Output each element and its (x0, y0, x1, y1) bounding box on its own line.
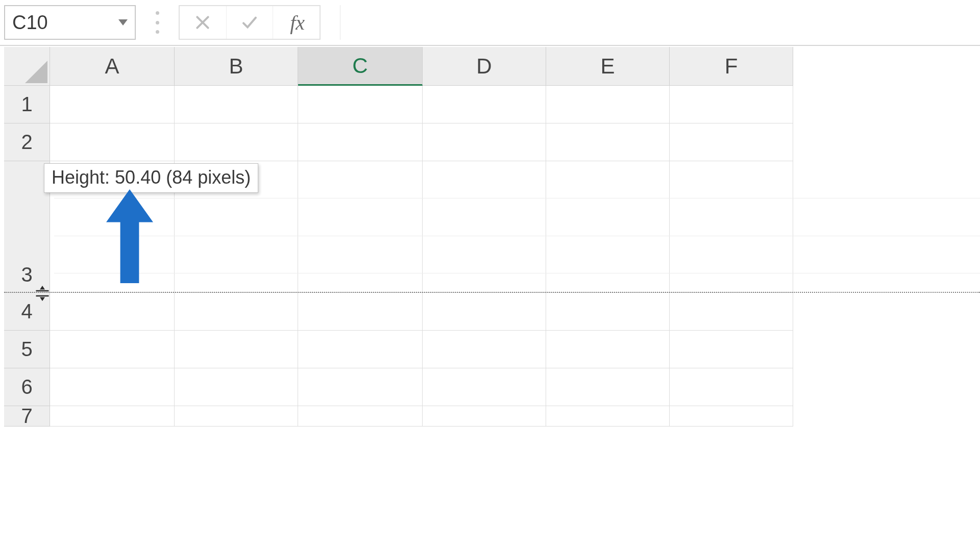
select-all-triangle-icon (25, 61, 47, 83)
cell-D5[interactable] (423, 331, 546, 368)
row-header-1[interactable]: 1 (4, 86, 50, 123)
cell-F3[interactable] (670, 161, 793, 293)
tooltip-points: 50.40 (115, 167, 161, 188)
cell-E5[interactable] (546, 331, 670, 368)
cell-F1[interactable] (670, 86, 793, 123)
svg-marker-1 (106, 189, 153, 283)
cell-E6[interactable] (546, 368, 670, 406)
spreadsheet-grid: A B C D E F 1 2 3 (4, 47, 980, 427)
cell-F2[interactable] (670, 123, 793, 161)
cell-A7[interactable] (50, 406, 175, 427)
cell-B2[interactable] (175, 123, 298, 161)
cell-F7[interactable] (670, 406, 793, 427)
cell-D7[interactable] (423, 406, 546, 427)
column-header-A[interactable]: A (50, 47, 175, 86)
cell-A4[interactable] (50, 293, 175, 331)
svg-marker-0 (25, 61, 47, 83)
cell-B5[interactable] (175, 331, 298, 368)
formula-bar-buttons: fx (179, 5, 321, 40)
formula-input[interactable] (340, 5, 980, 40)
cell-C4[interactable] (298, 293, 423, 331)
cell-B4[interactable] (175, 293, 298, 331)
column-header-row: A B C D E F (4, 47, 980, 86)
row-4: 4 (4, 293, 980, 331)
cancel-button[interactable] (180, 6, 227, 39)
row-header-2[interactable]: 2 (4, 123, 50, 161)
tooltip-pixels: (84 pixels) (166, 167, 251, 188)
row-7: 7 (4, 406, 980, 427)
insert-function-button[interactable]: fx (273, 6, 320, 39)
up-arrow-icon (106, 189, 153, 284)
check-icon (240, 14, 259, 31)
confirm-button[interactable] (227, 6, 274, 39)
fx-icon: fx (282, 11, 313, 35)
row-resize-preview-line (4, 292, 980, 293)
row-1: 1 (4, 86, 980, 123)
x-icon (194, 14, 211, 31)
column-header-C[interactable]: C (298, 47, 423, 86)
cell-A6[interactable] (50, 368, 175, 406)
cell-C2[interactable] (298, 123, 423, 161)
row-header-4[interactable]: 4 (4, 293, 50, 331)
cell-E3[interactable] (546, 161, 670, 293)
column-header-D[interactable]: D (423, 47, 546, 86)
cell-C3[interactable] (298, 161, 423, 293)
cell-E1[interactable] (546, 86, 670, 123)
column-header-F[interactable]: F (670, 47, 793, 86)
cell-A5[interactable] (50, 331, 175, 368)
row-header-6[interactable]: 6 (4, 368, 50, 406)
cell-E7[interactable] (546, 406, 670, 427)
formula-bar: fx (0, 0, 980, 46)
name-box-input[interactable] (5, 12, 118, 34)
cell-F6[interactable] (670, 368, 793, 406)
row-header-3[interactable]: 3 (4, 161, 50, 293)
vertical-grip-icon[interactable] (155, 11, 159, 34)
cell-F5[interactable] (670, 331, 793, 368)
chevron-down-icon[interactable] (118, 19, 128, 26)
name-box[interactable] (4, 5, 136, 40)
row-2: 2 (4, 123, 980, 161)
column-header-E[interactable]: E (546, 47, 670, 86)
column-header-B[interactable]: B (175, 47, 298, 86)
cell-D2[interactable] (423, 123, 546, 161)
select-all-corner[interactable] (4, 47, 50, 86)
row-header-5[interactable]: 5 (4, 331, 50, 368)
row-6: 6 (4, 368, 980, 406)
cell-D4[interactable] (423, 293, 546, 331)
row-header-7[interactable]: 7 (4, 406, 50, 427)
tooltip-label: Height: (52, 167, 110, 188)
cell-F4[interactable] (670, 293, 793, 331)
cell-B6[interactable] (175, 368, 298, 406)
cell-E2[interactable] (546, 123, 670, 161)
cell-D3[interactable] (423, 161, 546, 293)
cell-C5[interactable] (298, 331, 423, 368)
row-5: 5 (4, 331, 980, 368)
cell-D6[interactable] (423, 368, 546, 406)
cell-C7[interactable] (298, 406, 423, 427)
cell-E4[interactable] (546, 293, 670, 331)
cell-C6[interactable] (298, 368, 423, 406)
cell-B7[interactable] (175, 406, 298, 427)
cell-A1[interactable] (50, 86, 175, 123)
cell-B1[interactable] (175, 86, 298, 123)
cell-A2[interactable] (50, 123, 175, 161)
cell-C1[interactable] (298, 86, 423, 123)
cell-D1[interactable] (423, 86, 546, 123)
